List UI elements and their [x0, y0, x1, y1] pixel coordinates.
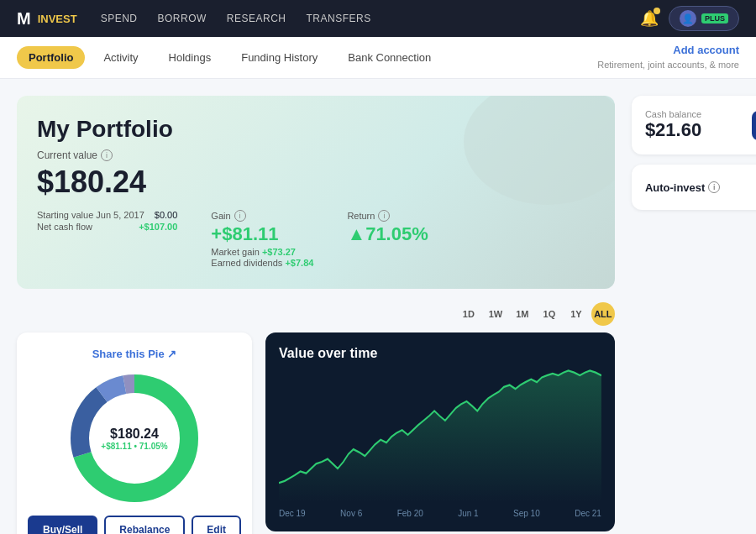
sub-navigation: Portfolio Activity Holdings Funding Hist…: [0, 37, 756, 79]
starting-value: $0.00: [155, 210, 178, 220]
starting-value-row: Starting value Jun 5, 2017 $0.00: [37, 210, 177, 220]
chart-title: Value over time: [279, 346, 601, 361]
sub-nav-tabs: Portfolio Activity Holdings Funding Hist…: [17, 46, 597, 69]
cash-label: Cash balance: [645, 109, 701, 119]
return-label: Return i: [347, 210, 428, 222]
return-info-icon[interactable]: i: [378, 210, 390, 222]
stat-starting: Starting value Jun 5, 2017 $0.00 Net cas…: [37, 210, 177, 233]
auto-invest-card: Auto-invest i: [632, 165, 756, 210]
return-section: Return i ▲71.05%: [347, 210, 428, 247]
pie-center-sub: +$81.11 • 71.05%: [101, 442, 167, 451]
dividends-row: Earned dividends +$7.84: [211, 258, 313, 268]
tab-bank-connection[interactable]: Bank Connection: [336, 46, 443, 69]
tab-holdings[interactable]: Holdings: [157, 46, 223, 69]
portfolio-stats-row: Starting value Jun 5, 2017 $0.00 Net cas…: [37, 210, 595, 269]
starting-label: Starting value Jun 5, 2017: [37, 210, 144, 220]
gain-section: Gain i +$81.11 Market gain +$73.27 Earne…: [211, 210, 313, 269]
gain-info-icon[interactable]: i: [234, 210, 246, 222]
chart-slices-area: Value over time: [265, 332, 615, 534]
notification-bell[interactable]: 🔔: [640, 9, 659, 28]
nav-transfers[interactable]: TRANSFERS: [307, 13, 371, 24]
auto-invest-label: Auto-invest i: [645, 181, 721, 194]
chart-label-0: Dec 19: [279, 509, 306, 518]
nav-spend[interactable]: SPEND: [101, 13, 138, 24]
cash-value: $21.60: [645, 119, 701, 141]
net-cash-value: +$107.00: [139, 222, 177, 232]
add-account-link[interactable]: Add account: [597, 44, 739, 56]
account-menu[interactable]: 👤 PLUS: [669, 6, 739, 31]
share-pie-link[interactable]: Share this Pie ↗: [92, 348, 177, 360]
nav-borrow[interactable]: BORROW: [157, 13, 206, 24]
tab-funding-history[interactable]: Funding History: [229, 46, 329, 69]
add-account-area: Add account Retirement, joint accounts, …: [597, 44, 739, 71]
auto-invest-info-icon[interactable]: i: [708, 181, 720, 193]
nav-links: SPEND BORROW RESEARCH TRANSFERS: [101, 13, 640, 24]
chart-label-5: Dec 21: [575, 509, 601, 518]
right-panel: Cash balance $21.60 Add bank Auto-invest…: [632, 96, 756, 534]
current-value-info-icon[interactable]: i: [101, 149, 113, 161]
net-cash-row: Net cash flow +$107.00: [37, 222, 177, 232]
pie-buttons: Buy/Sell Rebalance Edit: [30, 516, 239, 534]
nav-research[interactable]: RESEARCH: [227, 13, 286, 24]
chart-card: Value over time: [265, 332, 615, 531]
pie-card: Share this Pie ↗: [17, 332, 252, 534]
time-1d[interactable]: 1D: [457, 302, 480, 326]
chart-label-3: Jun 1: [458, 509, 478, 518]
return-value: ▲71.05%: [347, 223, 428, 245]
chart-label-2: Feb 20: [397, 509, 423, 518]
chart-label-4: Sep 10: [513, 509, 540, 518]
tab-activity[interactable]: Activity: [92, 46, 150, 69]
time-1m[interactable]: 1M: [511, 302, 534, 326]
time-1w[interactable]: 1W: [484, 302, 507, 326]
gain-value: +$81.11: [211, 223, 313, 245]
pie-header: Share this Pie ↗: [30, 346, 239, 361]
pie-center-value: $180.24: [101, 427, 167, 442]
cash-card: Cash balance $21.60 Add bank: [632, 96, 756, 154]
rebalance-button[interactable]: Rebalance: [104, 516, 185, 534]
time-1q[interactable]: 1Q: [538, 302, 561, 326]
gain-label: Gain i: [211, 210, 313, 222]
cash-info: Cash balance $21.60: [645, 109, 701, 141]
bottom-section: Share this Pie ↗: [17, 332, 615, 534]
main-content: My Portfolio Current value i $180.24 Sta…: [0, 79, 756, 534]
plus-badge: PLUS: [701, 13, 728, 24]
buy-sell-button[interactable]: Buy/Sell: [28, 516, 97, 534]
left-panel: My Portfolio Current value i $180.24 Sta…: [17, 96, 632, 534]
logo: M: [17, 9, 31, 29]
chart-labels: Dec 19 Nov 6 Feb 20 Jun 1 Sep 10 Dec 21: [279, 509, 601, 518]
dividends-value: +$7.84: [285, 258, 313, 268]
tab-portfolio[interactable]: Portfolio: [17, 46, 85, 69]
top-navigation: M INVEST SPEND BORROW RESEARCH TRANSFERS…: [0, 0, 756, 37]
edit-button[interactable]: Edit: [192, 516, 241, 534]
account-icon: 👤: [680, 10, 696, 27]
invest-label: INVEST: [38, 13, 77, 25]
notification-dot: [654, 8, 660, 14]
pie-center: $180.24 +$81.11 • 71.05%: [101, 427, 167, 451]
net-cash-label: Net cash flow: [37, 222, 92, 232]
market-gain-row: Market gain +$73.27: [211, 247, 313, 257]
add-bank-button[interactable]: Add bank: [752, 111, 756, 140]
add-account-sub: Retirement, joint accounts, & more: [597, 60, 739, 70]
time-range: 1D 1W 1M 1Q 1Y ALL: [17, 302, 615, 326]
value-chart: [279, 368, 601, 502]
chart-label-1: Nov 6: [340, 509, 362, 518]
time-1y[interactable]: 1Y: [564, 302, 588, 326]
market-gain-value: +$73.27: [262, 247, 296, 257]
pie-chart: $180.24 +$81.11 • 71.05%: [67, 371, 202, 505]
portfolio-header: My Portfolio Current value i $180.24 Sta…: [17, 96, 615, 289]
time-all[interactable]: ALL: [591, 302, 615, 326]
nav-right: 🔔 👤 PLUS: [640, 6, 739, 31]
